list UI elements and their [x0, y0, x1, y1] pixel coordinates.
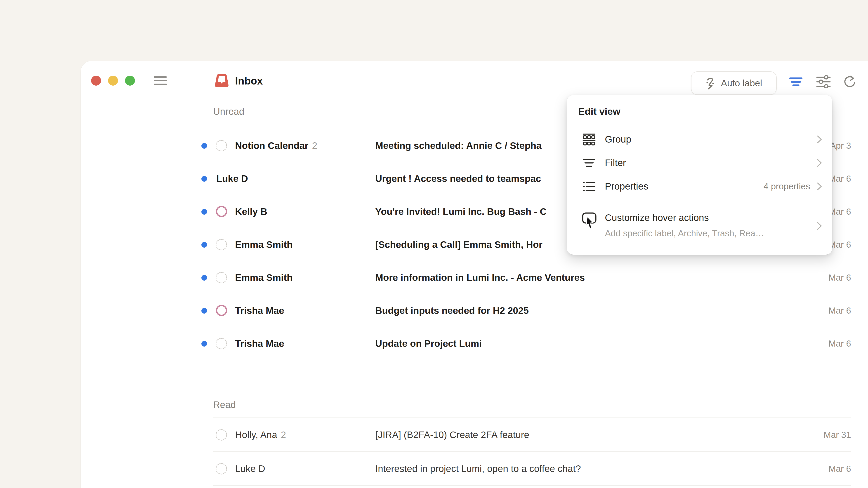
auto-label-icon: [706, 77, 716, 90]
page-title: Inbox: [235, 74, 263, 88]
popover-title: Edit view: [578, 105, 832, 118]
refresh-button[interactable]: [842, 74, 858, 90]
chevron-right-icon: [816, 135, 822, 144]
unread-dot-icon: [202, 242, 207, 248]
date: Mar 6: [829, 339, 851, 349]
mail-row[interactable]: Holly, Ana2[JIRA] (B2FA-10) Create 2FA f…: [81, 418, 868, 452]
customize-hover-actions-subtitle: Add specific label, Archive, Trash, Rea…: [605, 228, 822, 239]
unread-dot-icon: [202, 176, 207, 182]
menu-item-detail: 4 properties: [764, 182, 810, 191]
hover-actions-icon: [582, 212, 598, 234]
sender-name: Emma Smith: [235, 239, 292, 250]
edit-view-menu: GroupFilterProperties4 properties: [567, 128, 832, 198]
avatar: [216, 305, 227, 316]
menu-item-customize-hover-actions[interactable]: Customize hover actions Add specific lab…: [567, 201, 832, 239]
unread-dot-icon: [202, 275, 207, 281]
avatar: [216, 239, 227, 250]
sender-name: Luke D: [216, 173, 248, 184]
subject: [Scheduling a Call] Emma Smith, Hor: [375, 239, 542, 250]
menu-item-group[interactable]: Group: [567, 128, 832, 151]
view-settings-button[interactable]: [815, 74, 832, 90]
unread-dot-icon: [202, 341, 207, 347]
date: Mar 31: [824, 430, 851, 440]
date: Apr 3: [830, 141, 851, 151]
mail-row[interactable]: Trisha MaeBudget inputs needed for H2 20…: [81, 294, 868, 327]
subject: More information in Lumi Inc. - Acme Ven…: [375, 272, 585, 283]
menu-item-filter[interactable]: Filter: [567, 151, 832, 175]
subject: Meeting scheduled: Annie C / Stepha: [375, 140, 541, 151]
sidebar-toggle-button[interactable]: [154, 76, 167, 85]
window-zoom-button[interactable]: [125, 76, 135, 86]
unread-dot-icon: [202, 308, 207, 314]
refresh-icon: [843, 75, 856, 88]
filter-icon: [582, 156, 596, 170]
sliders-icon: [816, 75, 831, 88]
subject: Budget inputs needed for H2 2025: [375, 305, 529, 316]
thread-count: 2: [281, 429, 286, 440]
sender-name: Holly, Ana2: [235, 429, 286, 440]
window-close-button[interactable]: [91, 76, 101, 86]
sender-name: Emma Smith: [235, 272, 292, 283]
mail-row[interactable]: Luke DInterested in project Lumi, open t…: [81, 452, 868, 486]
subject: Urgent ! Access needed to teamspac: [375, 173, 541, 184]
cursor-icon: [586, 217, 593, 229]
inbox-icon: [214, 73, 229, 88]
menu-item-label: Properties: [605, 181, 764, 192]
subject: [JIRA] (B2FA-10) Create 2FA feature: [375, 429, 529, 440]
subject: Interested in project Lumi, open to a co…: [375, 463, 581, 474]
customize-hover-actions-label: Customize hover actions: [605, 212, 822, 224]
avatar: [216, 463, 227, 475]
read-rows: Holly, Ana2[JIRA] (B2FA-10) Create 2FA f…: [81, 418, 868, 486]
chevron-right-icon: [816, 222, 822, 230]
sender-name: Notion Calendar2: [235, 140, 317, 151]
menu-item-label: Filter: [605, 158, 816, 168]
avatar: [216, 140, 227, 151]
date: Mar 6: [829, 273, 851, 283]
hamburger-icon: [154, 76, 167, 78]
mail-window: Inbox Auto label UnreadNotion Calendar2: [81, 61, 868, 488]
date: Mar 6: [829, 306, 851, 316]
auto-label-button-label: Auto label: [721, 78, 762, 89]
menu-item-properties[interactable]: Properties4 properties: [567, 175, 832, 198]
mail-row[interactable]: Emma SmithMore information in Lumi Inc. …: [81, 261, 868, 294]
window-minimize-button[interactable]: [108, 76, 118, 86]
chevron-right-icon: [816, 159, 822, 167]
unread-dot-icon: [202, 143, 207, 149]
sender-name: Trisha Mae: [235, 338, 284, 349]
avatar: [216, 272, 227, 283]
subject: You're Invited! Lumi Inc. Bug Bash - C: [375, 206, 547, 217]
avatar: [216, 338, 227, 349]
subject: Update on Project Lumi: [375, 338, 482, 349]
avatar: [216, 206, 227, 217]
unread-dot-icon: [202, 209, 207, 215]
avatar: [216, 429, 227, 441]
properties-icon: [582, 179, 596, 194]
mail-row[interactable]: Trisha MaeUpdate on Project LumiMar 6: [81, 327, 868, 360]
sender-name: Luke D: [235, 463, 265, 474]
group-icon: [582, 132, 596, 147]
section-label-unread: Unread: [213, 106, 244, 117]
section-label-read: Read: [213, 399, 236, 410]
sender-name: Kelly B: [235, 206, 267, 217]
chevron-right-icon: [816, 182, 822, 191]
filter-view-button[interactable]: [788, 74, 804, 90]
menu-item-label: Group: [605, 134, 816, 145]
auto-label-button[interactable]: Auto label: [691, 71, 777, 95]
sender-name: Trisha Mae: [235, 305, 284, 316]
edit-view-popover: Edit view GroupFilterProperties4 propert…: [567, 95, 832, 255]
thread-count: 2: [312, 140, 317, 151]
date: Mar 6: [829, 464, 851, 474]
filter-active-icon: [789, 76, 803, 88]
